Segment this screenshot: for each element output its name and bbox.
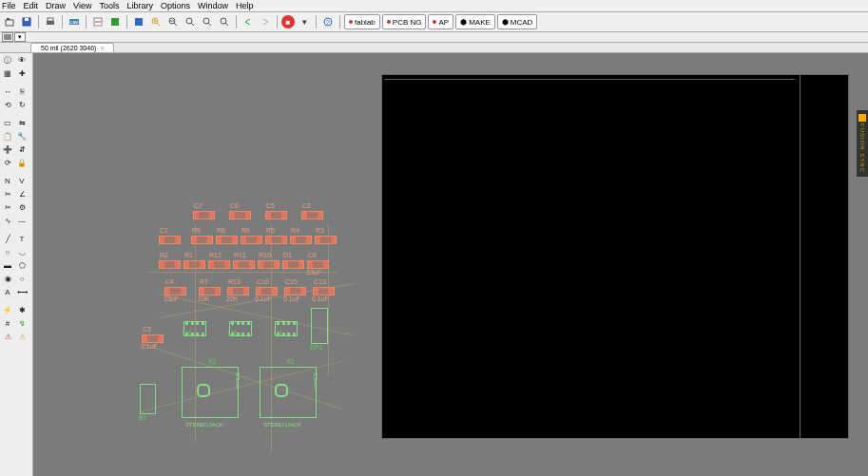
value-icon[interactable]: V [15, 175, 29, 187]
zoom-in-icon[interactable] [148, 14, 164, 29]
rotate-icon[interactable]: ↻ [15, 99, 29, 111]
component-c7[interactable] [193, 211, 215, 219]
component-x2[interactable]: 3.5mmSTEREOJACK [182, 367, 239, 418]
zoom-select-icon[interactable] [200, 14, 215, 29]
menu-tools[interactable]: Tools [99, 1, 119, 10]
open-icon[interactable] [2, 14, 17, 29]
ap-button[interactable]: AP [428, 14, 453, 29]
component-sp1[interactable] [311, 308, 328, 344]
paste-icon[interactable]: 📋 [1, 130, 14, 143]
menu-view[interactable]: View [73, 1, 91, 10]
menu-draw[interactable]: Draw [46, 1, 66, 10]
fablab-button[interactable]: fablab [344, 14, 380, 29]
component-r9[interactable] [191, 236, 213, 244]
component-c13[interactable] [313, 287, 335, 295]
menu-help[interactable]: Help [236, 1, 254, 10]
schematic-icon[interactable] [90, 14, 106, 29]
component-c4[interactable] [164, 287, 186, 295]
make-button[interactable]: ⬢MAKE [455, 14, 495, 29]
stop-dropdown-icon[interactable]: ▾ [297, 14, 312, 29]
add-icon[interactable]: ➕ [1, 143, 14, 156]
component-r1[interactable] [183, 260, 205, 269]
text-icon[interactable]: T [15, 233, 29, 245]
component-c5[interactable] [265, 211, 287, 219]
component-c2[interactable] [301, 211, 323, 219]
board-icon[interactable] [107, 14, 123, 29]
miter-icon[interactable]: ∠ [15, 188, 29, 200]
mcad-button[interactable]: ⬢MCAD [497, 14, 538, 29]
cam-icon[interactable]: CAM [67, 14, 82, 29]
component-c6[interactable] [229, 211, 251, 219]
zoom-redraw-icon[interactable] [183, 14, 198, 29]
drc-icon[interactable]: ⚠ [1, 331, 14, 343]
change-icon[interactable]: ⇆ [15, 117, 29, 129]
smash-icon[interactable]: ✂ [1, 188, 14, 200]
attribute-icon[interactable]: A [1, 286, 14, 298]
replace-icon[interactable]: ⟳ [1, 157, 14, 169]
mirror-icon[interactable]: ⟲ [1, 99, 14, 111]
component-r12[interactable] [208, 260, 230, 269]
menu-file[interactable]: File [2, 1, 16, 10]
dimension-icon[interactable]: ⟷ [15, 286, 29, 298]
component-c1[interactable] [159, 236, 181, 244]
arc-icon[interactable]: ◡ [15, 246, 29, 258]
hole-icon[interactable]: ○ [15, 273, 29, 285]
component-r6[interactable] [241, 236, 262, 244]
layer-dropdown[interactable]: ▾ [14, 32, 26, 42]
component-r5[interactable] [265, 236, 287, 244]
zoom-out-icon[interactable] [165, 14, 181, 29]
component-r10[interactable] [258, 260, 280, 269]
name-icon[interactable]: N [1, 175, 14, 187]
layer-color-swatch[interactable] [2, 32, 13, 42]
component-r2[interactable] [159, 260, 181, 269]
undo-icon[interactable] [241, 14, 256, 29]
component-c16[interactable] [256, 287, 278, 295]
signal-icon[interactable]: ⚡ [1, 304, 14, 316]
auto-icon[interactable]: # [1, 317, 14, 330]
zoom-area-icon[interactable] [217, 14, 232, 29]
component-r7[interactable] [199, 287, 221, 295]
meander-icon[interactable]: ∿ [1, 215, 14, 227]
component-x1[interactable]: 3.5mmSTEREOJACK [260, 367, 317, 418]
component-b1[interactable] [140, 384, 156, 414]
mark-icon[interactable]: ✚ [15, 67, 29, 80]
move-icon[interactable]: ↔ [1, 86, 14, 98]
pinswap-icon[interactable]: ⇵ [15, 143, 29, 156]
circle-icon[interactable]: ○ [1, 246, 14, 258]
route-icon[interactable]: — [15, 215, 29, 227]
pcbng-button[interactable]: PCB NG [382, 14, 427, 29]
editor-canvas[interactable]: C7 C6 C5 C2 C1 R9 R8 R6 R5 R4 R3 R2 R1 R… [33, 53, 868, 476]
component-c8[interactable] [307, 260, 329, 269]
redo-icon[interactable] [258, 14, 273, 29]
show-icon[interactable]: 👁 [15, 54, 29, 67]
component-r11[interactable] [233, 260, 255, 269]
copy-icon[interactable]: ⎘ [15, 86, 29, 98]
ripup-icon[interactable]: ↯ [15, 317, 29, 330]
stop-icon[interactable]: ■ [281, 15, 295, 29]
tab-close-icon[interactable]: × [100, 45, 104, 51]
help-icon[interactable]: ? [320, 14, 336, 29]
info-icon[interactable]: ⓘ [1, 54, 14, 67]
component-c15[interactable] [284, 287, 306, 295]
fusion-sync-tab[interactable]: FUSION SYNC [857, 110, 868, 177]
menu-window[interactable]: Window [198, 1, 228, 10]
menu-library[interactable]: Library [126, 1, 153, 10]
via-icon[interactable]: ◉ [1, 273, 14, 285]
component-r4[interactable] [290, 236, 312, 244]
component-c3[interactable] [142, 334, 164, 343]
ratsnest-icon[interactable]: ✱ [15, 304, 29, 316]
component-d1[interactable] [282, 260, 304, 269]
sheet-tab[interactable]: 50 mil (2620 3046)× [30, 43, 114, 53]
menu-edit[interactable]: Edit [24, 1, 39, 10]
delete-icon[interactable]: 🔧 [15, 130, 29, 143]
layer-icon[interactable]: ▦ [1, 67, 14, 80]
polygon-icon[interactable]: ⬠ [15, 259, 29, 272]
print-icon[interactable] [43, 14, 58, 29]
component-r13[interactable] [227, 287, 249, 295]
save-icon[interactable] [19, 14, 34, 29]
rect-icon[interactable]: ▬ [1, 259, 14, 272]
component-r8[interactable] [216, 236, 238, 244]
optimize-icon[interactable]: ⚙ [15, 201, 29, 214]
component-r3[interactable] [315, 236, 337, 244]
group-icon[interactable]: ▭ [1, 117, 14, 129]
